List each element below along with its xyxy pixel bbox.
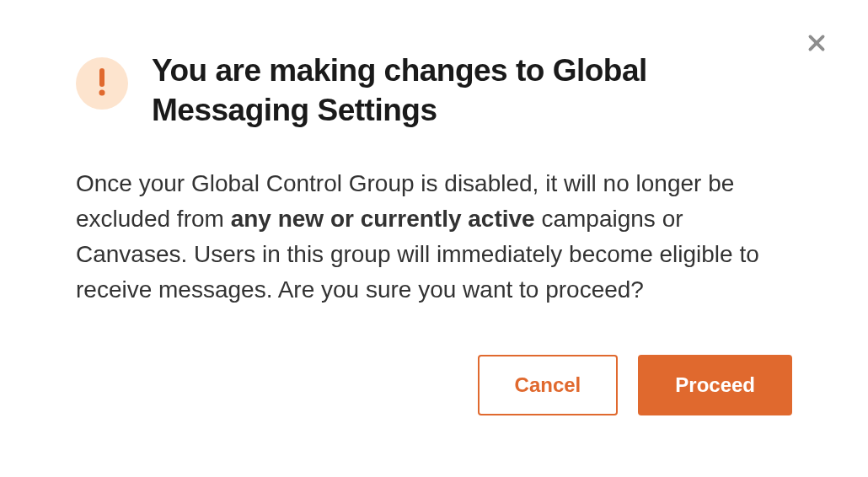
modal-title: You are making changes to Global Messagi… [152,51,792,131]
exclamation-icon [97,67,107,100]
modal-actions: Cancel Proceed [76,355,792,415]
svg-rect-2 [99,68,104,87]
confirmation-modal: You are making changes to Global Messagi… [0,0,868,466]
close-button[interactable] [806,32,828,57]
proceed-button[interactable]: Proceed [638,355,792,415]
close-icon [806,32,828,57]
cancel-button[interactable]: Cancel [478,355,619,415]
warning-icon-circle [76,57,128,110]
modal-header: You are making changes to Global Messagi… [76,51,792,131]
body-text-bold: any new or currently active [231,206,535,232]
svg-point-3 [99,90,105,96]
modal-body: Once your Global Control Group is disabl… [76,166,792,308]
